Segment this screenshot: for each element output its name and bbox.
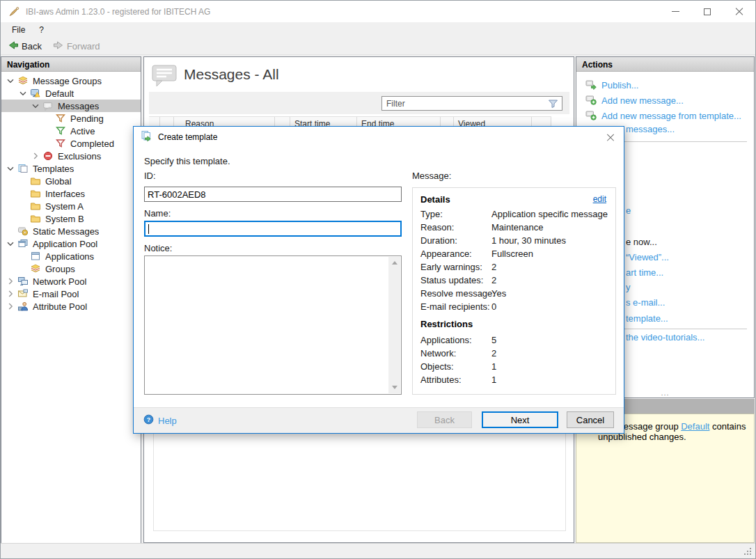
detail-row-reason: Reason:Maintenance (420, 222, 610, 234)
detail-label: Applications: (420, 335, 472, 345)
maximize-button[interactable] (691, 1, 723, 22)
tree-item-active[interactable]: Active (1, 125, 141, 137)
minimize-button[interactable] (659, 1, 691, 22)
detail-label: Network: (420, 348, 456, 359)
menu-file[interactable]: File (5, 23, 32, 37)
action-fragment[interactable]: template... (626, 313, 668, 324)
chevron-right-icon[interactable] (4, 301, 17, 312)
chevron-down-icon[interactable] (4, 238, 17, 249)
dialog-close-icon[interactable] (604, 132, 617, 144)
notice-scrollbar[interactable] (388, 257, 400, 393)
chevron-down-icon[interactable] (4, 75, 17, 86)
action-add-new-message[interactable]: Add new message... (585, 94, 684, 107)
tree-item-network-pool[interactable]: Network Pool (1, 275, 141, 288)
tree-item-attribute-pool[interactable]: Attribute Pool (1, 300, 141, 313)
tree-item-application-pool[interactable]: Application Pool (1, 237, 141, 250)
tree-item-messages[interactable]: Messages (1, 100, 141, 112)
scroll-down-icon[interactable] (388, 381, 400, 393)
cancel-button[interactable]: Cancel (567, 411, 614, 428)
action-fragment[interactable]: “Viewed”... (626, 252, 669, 262)
monitor-warning-icon (29, 88, 42, 99)
tree-item-e-mail-pool[interactable]: E-mail Pool (1, 288, 141, 300)
next-button[interactable]: Next (482, 411, 558, 428)
detail-value: 2 (491, 262, 496, 272)
static-messages-icon (17, 226, 29, 237)
name-field[interactable] (144, 221, 402, 237)
tree-spacer (42, 125, 54, 136)
dialog-title: Create template (158, 132, 217, 142)
action-label: Add new message from template... (601, 111, 741, 121)
app-logo-icon (8, 6, 20, 18)
close-button[interactable] (723, 1, 755, 22)
tree-spacer (17, 251, 29, 262)
menu-help[interactable]: ? (32, 23, 51, 37)
tree-item-system-a[interactable]: System A (1, 200, 141, 212)
tree-item-default[interactable]: Default (1, 87, 141, 100)
action-fragment[interactable]: the video-tutorials... (626, 332, 704, 343)
forward-button[interactable]: Forward (49, 38, 104, 54)
tree-item-label: Pending (67, 113, 104, 124)
tree-spacer (42, 138, 54, 149)
action-fragment[interactable]: e (626, 205, 631, 216)
scroll-up-icon[interactable] (388, 257, 400, 269)
detail-row-resolve-message: Resolve message:Yes (420, 288, 610, 300)
detail-label: Attributes: (420, 375, 462, 385)
action-fragment[interactable]: messages... (626, 124, 675, 134)
tree-item-label: Templates (29, 164, 74, 174)
navigation-panel: Navigation Message GroupsDefaultMessages… (1, 56, 141, 544)
notice-textarea[interactable] (144, 255, 402, 395)
action-add-new-message-from-template[interactable]: Add new message from template... (585, 109, 741, 123)
edit-link[interactable]: edit (593, 194, 606, 204)
detail-value: Yes (491, 288, 506, 299)
back-button[interactable]: Back (3, 38, 46, 54)
chevron-right-icon[interactable] (4, 276, 17, 287)
application-pool-icon (17, 238, 29, 249)
detail-value: Fullscreen (491, 249, 533, 259)
chevron-right-icon[interactable] (4, 288, 17, 299)
message-groups-icon (17, 75, 29, 86)
tree-item-groups[interactable]: Groups (1, 262, 141, 275)
tree-item-completed[interactable]: Completed (1, 137, 141, 150)
detail-value: 0 (491, 301, 496, 312)
action-fragment[interactable]: s e-mail... (626, 297, 665, 308)
id-field[interactable] (144, 187, 402, 202)
detail-row-early-warnings: Early warnings:2 (420, 262, 610, 274)
tree-item-label: Applications (42, 251, 94, 262)
attribute-pool-icon (17, 301, 29, 312)
message-label: Message: (412, 171, 451, 181)
message-bubble-icon (42, 100, 54, 111)
filter-funnel-icon[interactable] (547, 98, 560, 109)
default-group-link[interactable]: Default (681, 421, 709, 432)
detail-label: Appearance: (420, 249, 472, 259)
tree-item-label: Messages (54, 101, 99, 111)
tree-item-global[interactable]: Global (1, 175, 141, 187)
tree-item-interfaces[interactable]: Interfaces (1, 187, 141, 200)
tree-item-templates[interactable]: Templates (1, 162, 141, 175)
dialog-subtitle: Specify this template. (144, 156, 230, 166)
chevron-right-icon[interactable] (29, 150, 42, 162)
detail-value: 2 (491, 348, 496, 359)
groups-icon (29, 263, 42, 274)
name-label: Name: (144, 208, 171, 219)
chevron-down-icon[interactable] (29, 100, 42, 111)
action-fragment[interactable]: art time... (626, 267, 663, 278)
action-fragment[interactable]: e now... (626, 237, 657, 247)
resize-grip[interactable] (743, 546, 752, 556)
tree-item-static-messages[interactable]: Static Messages (1, 225, 141, 237)
chevron-down-icon[interactable] (17, 88, 29, 99)
id-label: ID: (144, 171, 156, 181)
action-publish[interactable]: Publish... (585, 79, 638, 92)
detail-row-objects: Objects:1 (420, 361, 610, 373)
action-fragment[interactable]: y (626, 282, 631, 292)
tree-item-exclusions[interactable]: Exclusions (1, 150, 141, 162)
help-link[interactable]: ? Help (143, 414, 177, 427)
tree-item-pending[interactable]: Pending (1, 112, 141, 125)
tree-item-message-groups[interactable]: Message Groups (1, 74, 141, 87)
chevron-down-icon[interactable] (4, 163, 17, 174)
tree-item-applications[interactable]: Applications (1, 250, 141, 262)
filter-input[interactable] (382, 99, 547, 109)
detail-row-applications: Applications:5 (420, 335, 610, 347)
back-dialog-button[interactable]: Back (417, 411, 472, 428)
tree-item-system-b[interactable]: System B (1, 212, 141, 225)
detail-value: Application specific message (491, 209, 608, 219)
